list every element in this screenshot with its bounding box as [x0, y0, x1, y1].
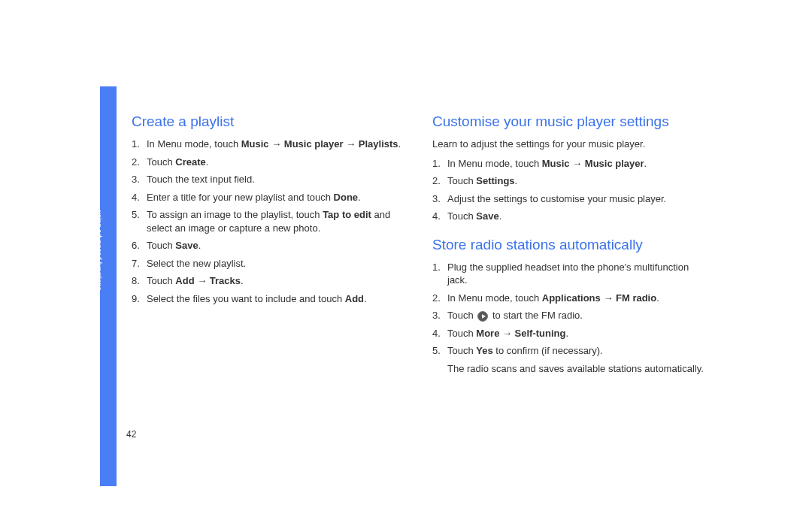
- page-number: 42: [126, 429, 136, 440]
- heading-customise: Customise your music player settings: [432, 113, 710, 130]
- section-radio: Store radio stations automatically Plug …: [432, 237, 710, 376]
- step-item: Plug the supplied headset into the phone…: [432, 261, 710, 287]
- step-item: In Menu mode, touch Applications → FM ra…: [432, 292, 710, 305]
- intro-customise: Learn to adjust the settings for your mu…: [432, 138, 710, 151]
- step-item: Touch Save.: [432, 210, 710, 223]
- steps-customise: In Menu mode, touch Music → Music player…: [432, 157, 710, 223]
- side-tab-label: using advanced functions: [95, 210, 103, 331]
- step-item: Touch More → Self-tuning.: [432, 327, 710, 340]
- step-item: Touch the text input field.: [132, 173, 410, 186]
- step-item: Touch to start the FM radio.: [432, 309, 710, 322]
- step-item: Select the new playlist.: [132, 257, 410, 271]
- step-item: Enter a title for your new playlist and …: [132, 191, 410, 204]
- step-item: Touch Save.: [132, 239, 410, 252]
- play-icon: [477, 311, 488, 322]
- page-content: Create a playlist In Menu mode, touch Mu…: [132, 113, 710, 389]
- right-column: Customise your music player settings Lea…: [432, 113, 710, 389]
- section-create-playlist: Create a playlist In Menu mode, touch Mu…: [132, 113, 410, 305]
- left-column: Create a playlist In Menu mode, touch Mu…: [132, 113, 410, 389]
- steps-radio: Plug the supplied headset into the phone…: [432, 261, 710, 358]
- step-item: Select the files you want to include and…: [132, 292, 410, 306]
- step-item: Touch Yes to confirm (if necessary).: [432, 344, 710, 358]
- step-item: In Menu mode, touch Music → Music player…: [132, 138, 410, 151]
- note-radio: The radio scans and saves available stat…: [432, 362, 710, 376]
- section-customise: Customise your music player settings Lea…: [432, 113, 710, 223]
- step-item: Touch Settings.: [432, 174, 710, 188]
- step-item: In Menu mode, touch Music → Music player…: [432, 157, 710, 171]
- step-item: Adjust the settings to customise your mu…: [432, 192, 710, 206]
- step-item: Touch Add → Tracks.: [132, 274, 410, 288]
- heading-radio: Store radio stations automatically: [432, 237, 710, 253]
- heading-create-playlist: Create a playlist: [132, 113, 410, 130]
- steps-create-playlist: In Menu mode, touch Music → Music player…: [132, 138, 410, 305]
- step-item: Touch Create.: [132, 156, 410, 169]
- step-item: To assign an image to the playlist, touc…: [132, 208, 410, 234]
